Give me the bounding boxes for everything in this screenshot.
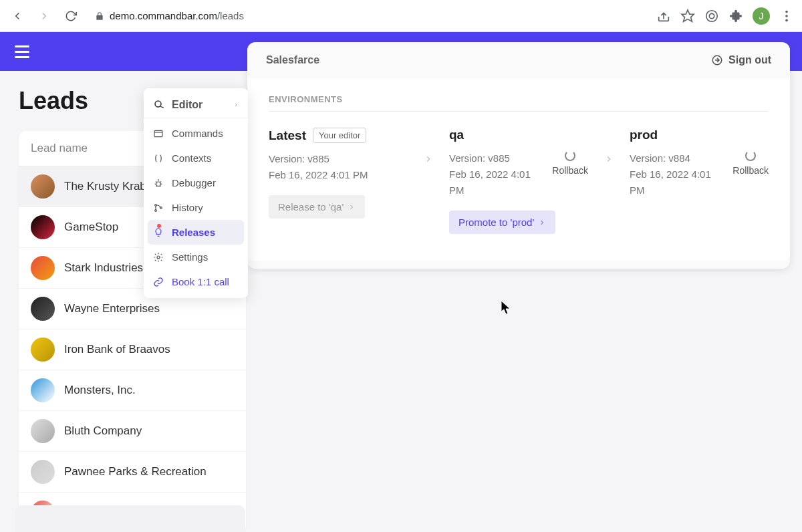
back-button[interactable] [8, 7, 27, 25]
lead-logo [31, 460, 55, 484]
lead-name: Iron Bank of Braavos [64, 343, 170, 356]
lead-row[interactable]: Iron Bank of Braavos [19, 329, 246, 370]
share-icon[interactable] [656, 9, 671, 23]
editor-menu-title: Editor [172, 99, 203, 111]
notification-dot [157, 224, 161, 228]
env-qa-date: Feb 16, 2022 4:01 PM [449, 166, 540, 198]
env-prod-date: Feb 16, 2022 4:01 PM [630, 166, 720, 198]
svg-point-9 [156, 182, 161, 186]
lead-name: Stark Industries [64, 261, 143, 275]
svg-marker-0 [682, 9, 694, 21]
env-qa-title: qa [449, 128, 464, 142]
menu-item-history[interactable]: History [144, 195, 248, 220]
environments-section-label: ENVIRONMENTS [269, 94, 769, 112]
rollback-icon [565, 150, 575, 161]
svg-point-5 [785, 19, 788, 21]
lead-name: Bluth Company [64, 424, 142, 438]
menu-toggle[interactable] [15, 45, 29, 57]
svg-point-1 [706, 10, 718, 21]
svg-point-10 [155, 204, 157, 206]
svg-point-3 [785, 10, 788, 13]
lead-row[interactable]: Pawnee Parks & Recreation [19, 452, 246, 493]
lead-row[interactable]: Bluth Company [19, 411, 246, 452]
rollback-prod-label: Rollback [732, 165, 769, 176]
reload-button[interactable] [61, 7, 80, 25]
menu-item-label: Book 1:1 call [172, 276, 229, 287]
settings-icon [153, 252, 164, 263]
env-arrow [604, 128, 614, 164]
menu-item-commands[interactable]: Commands [144, 121, 248, 146]
chevron-right-icon [538, 219, 546, 227]
env-latest-version: Version: v885 [269, 151, 408, 167]
browser-toolbar: demo.commandbar.com/leads J [0, 0, 802, 32]
lead-logo [31, 378, 55, 402]
rollback-prod-button[interactable]: Rollback [732, 150, 769, 176]
org-name: Salesfarce [266, 54, 319, 66]
debugger-icon [153, 178, 164, 188]
chevron-right-icon [233, 102, 239, 108]
lead-name: GameStop [64, 221, 118, 234]
menu-item-label: History [172, 202, 203, 213]
sign-out-label: Sign out [728, 54, 771, 66]
chevron-right-icon [348, 203, 356, 211]
env-latest: Latest Your editor Version: v885 Feb 16,… [269, 128, 408, 219]
contexts-icon [153, 153, 164, 164]
menu-item-label: Contexts [172, 152, 211, 164]
menu-item-label: Debugger [172, 177, 216, 188]
env-arrow [424, 128, 433, 164]
menu-item-contexts[interactable]: Contexts [144, 146, 248, 170]
url-host: demo.commandbar.com [110, 10, 217, 21]
menu-item-label: Settings [172, 251, 208, 263]
releases-icon [153, 227, 164, 238]
editor-menu: Editor CommandsContextsDebuggerHistoryRe… [144, 88, 248, 298]
env-latest-title: Latest [269, 128, 306, 143]
lead-logo [31, 297, 55, 321]
lead-logo [31, 256, 55, 280]
menu-item-settings[interactable]: Settings [144, 245, 248, 269]
env-qa-version: Version: v885 [449, 150, 540, 166]
promote-to-prod-button[interactable]: Promote to 'prod' [449, 211, 555, 234]
menu-item-debugger[interactable]: Debugger [144, 170, 248, 195]
bookmark-icon[interactable] [680, 9, 695, 23]
env-qa: qa Version: v885 Feb 16, 2022 4:01 PM Ro… [449, 128, 588, 234]
rollback-icon [745, 150, 756, 161]
forward-button[interactable] [35, 7, 53, 25]
svg-point-6 [155, 101, 161, 107]
lock-icon [95, 11, 104, 21]
lead-name: Pawnee Parks & Recreation [64, 465, 207, 479]
commands-icon [153, 128, 164, 139]
password-manager-icon[interactable] [704, 9, 719, 23]
svg-point-2 [709, 13, 714, 18]
env-prod-title: prod [630, 128, 658, 142]
menu-item-label: Commands [172, 128, 223, 139]
url-path: /leads [217, 10, 244, 21]
extensions-icon[interactable] [728, 9, 743, 23]
lead-logo [31, 174, 55, 198]
lead-logo [31, 215, 55, 239]
lead-name: Wayne Enterprises [64, 302, 160, 315]
sign-out-icon [711, 54, 723, 66]
promote-to-prod-label: Promote to 'prod' [458, 217, 534, 228]
menu-item-book-1-1-call[interactable]: Book 1:1 call [144, 269, 248, 294]
lead-name: The Krusty Krab [64, 180, 146, 193]
sign-out-button[interactable]: Sign out [711, 54, 771, 66]
lead-row[interactable]: Monsters, Inc. [19, 370, 246, 411]
lead-logo [31, 338, 55, 362]
env-prod: prod Version: v884 Feb 16, 2022 4:01 PM … [630, 128, 769, 198]
svg-point-4 [785, 15, 788, 17]
svg-rect-7 [154, 130, 162, 136]
env-prod-version: Version: v884 [630, 150, 720, 166]
lead-name: Monsters, Inc. [64, 384, 136, 397]
book-1-1-call-icon [153, 277, 164, 287]
commandbar-logo-icon [153, 99, 165, 111]
release-to-qa-button[interactable]: Release to 'qa' [269, 195, 365, 219]
svg-point-11 [155, 209, 157, 211]
menu-item-releases[interactable]: Releases [148, 220, 244, 245]
editor-menu-header[interactable]: Editor [144, 92, 248, 118]
address-bar[interactable]: demo.commandbar.com/leads [88, 10, 648, 21]
rollback-qa-button[interactable]: Rollback [552, 150, 588, 176]
menu-icon[interactable] [779, 9, 794, 23]
profile-avatar[interactable]: J [753, 7, 770, 25]
secondary-card [15, 505, 245, 532]
lead-logo [31, 419, 55, 443]
